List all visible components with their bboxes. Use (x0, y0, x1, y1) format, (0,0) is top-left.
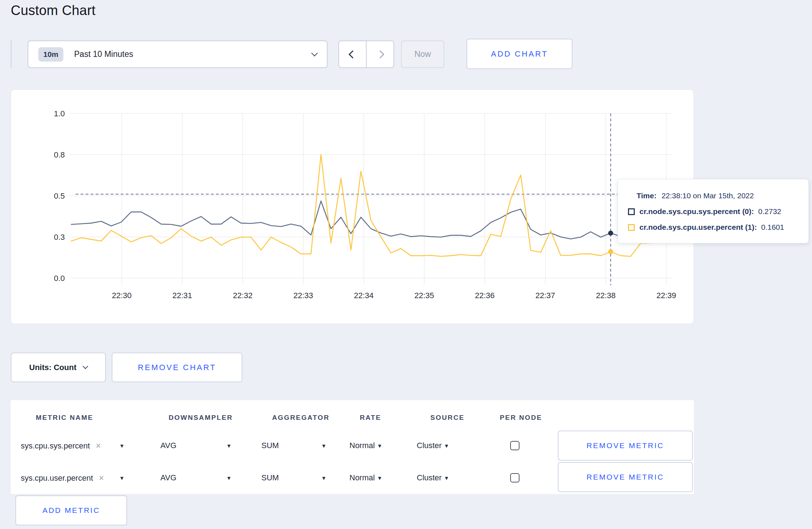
rate-select[interactable]: Normal ▼ (349, 441, 382, 450)
page-title: Custom Chart (11, 3, 96, 18)
tooltip-series-value: 0.1601 (761, 223, 784, 232)
col-header-source: SOURCE (430, 414, 465, 422)
prev-time-button[interactable] (339, 41, 367, 67)
svg-text:0.8: 0.8 (54, 150, 65, 159)
table-row: sys.cpu.user.percent× ▼ AVG ▼ SUM ▼ Norm… (11, 462, 694, 494)
per-node-checkbox[interactable] (510, 441, 519, 450)
svg-text:22:37: 22:37 (535, 291, 555, 300)
svg-text:22:30: 22:30 (112, 291, 131, 300)
table-row: sys.cpu.sys.percent× ▼ AVG ▼ SUM ▼ Norma… (11, 429, 694, 462)
tooltip-time-label: Time: (637, 191, 657, 200)
svg-text:1.0: 1.0 (54, 109, 65, 118)
tooltip-series-value: 0.2732 (758, 207, 781, 216)
tooltip-time-value: 22:38:10 on Mar 15th, 2022 (662, 191, 754, 200)
source-select[interactable]: Cluster ▼ (417, 473, 449, 482)
col-header-per-node: PER NODE (500, 414, 542, 422)
aggregator-select[interactable]: SUM (261, 441, 279, 450)
svg-text:0.3: 0.3 (54, 233, 65, 242)
downsampler-select[interactable]: AVG (160, 473, 177, 482)
chevron-right-icon (376, 50, 384, 58)
tooltip-series-name: cr.node.sys.cpu.user.percent (1): (639, 223, 757, 232)
aggregator-select[interactable]: SUM (261, 473, 279, 482)
toolbar-divider (11, 40, 11, 68)
time-window-label: Past 10 Minutes (74, 49, 133, 59)
units-dropdown[interactable]: Units: Count (11, 353, 106, 382)
chevron-left-icon (348, 50, 357, 58)
add-chart-button[interactable]: ADD CHART (467, 39, 572, 69)
chart-tooltip: Time: 22:38:10 on Mar 15th, 2022 cr.node… (618, 179, 809, 243)
remove-metric-button[interactable]: REMOVE METRIC (558, 431, 693, 461)
clear-metric-icon[interactable]: × (96, 441, 101, 451)
metric-name-select[interactable]: sys.cpu.user.percent× (21, 473, 104, 483)
time-window-badge: 10m (38, 47, 63, 62)
series-sys-swatch-icon (628, 208, 635, 215)
col-header-metric-name: METRIC NAME (36, 414, 93, 422)
svg-text:22:35: 22:35 (414, 291, 434, 300)
add-metric-button[interactable]: ADD METRIC (15, 495, 127, 525)
col-header-rate: RATE (360, 414, 381, 422)
metric-name-select[interactable]: sys.cpu.sys.percent× (21, 441, 101, 451)
now-button[interactable]: Now (401, 40, 444, 68)
svg-text:0.5: 0.5 (54, 191, 65, 200)
svg-text:22:31: 22:31 (172, 291, 192, 300)
downsampler-select[interactable]: AVG (160, 441, 177, 450)
downsampler-caret-icon[interactable]: ▼ (226, 443, 232, 449)
rate-select[interactable]: Normal ▼ (349, 473, 382, 482)
downsampler-caret-icon[interactable]: ▼ (226, 475, 232, 481)
svg-text:22:38: 22:38 (596, 291, 615, 300)
svg-text:22:34: 22:34 (354, 291, 373, 300)
remove-chart-button[interactable]: REMOVE CHART (112, 353, 242, 382)
per-node-checkbox[interactable] (510, 473, 519, 482)
svg-text:22:36: 22:36 (475, 291, 494, 300)
clear-metric-icon[interactable]: × (99, 473, 104, 483)
metrics-table: METRIC NAME DOWNSAMPLER AGGREGATOR RATE … (11, 400, 694, 494)
chevron-down-icon (83, 364, 88, 369)
chart-card: 1.00.80.50.30.022:3022:3122:3222:3322:34… (11, 89, 694, 324)
metric-caret-icon[interactable]: ▼ (119, 475, 125, 481)
source-select[interactable]: Cluster ▼ (417, 441, 449, 450)
time-window-dropdown[interactable]: 10m Past 10 Minutes (28, 40, 328, 68)
svg-text:22:32: 22:32 (233, 291, 252, 300)
tooltip-series-name: cr.node.sys.cpu.sys.percent (0): (639, 207, 754, 216)
col-header-aggregator: AGGREGATOR (272, 414, 330, 422)
metric-caret-icon[interactable]: ▼ (119, 443, 125, 449)
svg-text:22:39: 22:39 (656, 291, 676, 300)
series-user-swatch-icon (628, 224, 635, 231)
aggregator-caret-icon[interactable]: ▼ (321, 443, 327, 449)
time-pager (338, 40, 394, 68)
svg-text:22:33: 22:33 (293, 291, 313, 300)
col-header-downsampler: DOWNSAMPLER (169, 414, 233, 422)
aggregator-caret-icon[interactable]: ▼ (321, 475, 327, 481)
chart-plot[interactable]: 1.00.80.50.30.022:3022:3122:3222:3322:34… (11, 90, 694, 324)
remove-metric-button[interactable]: REMOVE METRIC (558, 462, 693, 492)
svg-text:0.0: 0.0 (54, 274, 65, 283)
next-time-button[interactable] (367, 41, 393, 67)
units-label: Units: Count (29, 363, 77, 372)
chevron-down-icon (311, 50, 318, 56)
